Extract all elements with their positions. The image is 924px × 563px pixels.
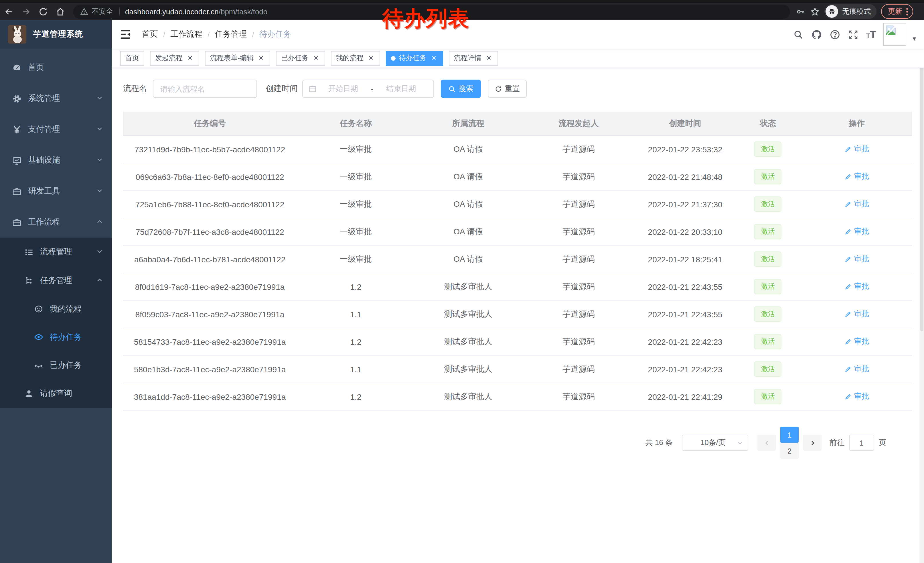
browser-home-icon[interactable] bbox=[51, 4, 69, 19]
sidebar-item-done-tasks[interactable]: 已办任务 bbox=[0, 351, 112, 379]
sidebar-item-workflow[interactable]: 工作流程 bbox=[0, 207, 112, 238]
pagination-total: 共 16 条 bbox=[645, 438, 673, 448]
help-icon[interactable] bbox=[830, 29, 840, 40]
font-size-icon[interactable]: TT bbox=[866, 30, 876, 39]
sidebar-item-task-management[interactable]: 任务管理 bbox=[0, 266, 112, 295]
tab-process-detail[interactable]: 流程详情✕ bbox=[449, 51, 498, 66]
breadcrumb-home[interactable]: 首页 bbox=[142, 29, 158, 39]
close-icon[interactable]: ✕ bbox=[430, 54, 438, 62]
search-button[interactable]: 搜索 bbox=[441, 80, 481, 98]
approve-button[interactable]: 审批 bbox=[844, 281, 869, 292]
chevron-right-icon bbox=[809, 440, 816, 446]
sidebar-submenu: 流程管理任务管理我的流程待办任务已办任务请假查询 bbox=[0, 238, 112, 408]
browser-back-icon[interactable] bbox=[0, 4, 17, 19]
tab-my-process[interactable]: 我的流程✕ bbox=[331, 51, 380, 66]
close-icon[interactable]: ✕ bbox=[485, 54, 493, 62]
url-path[interactable]: /bpm/task/todo bbox=[219, 7, 268, 16]
sidebar-item-my-process[interactable]: 我的流程 bbox=[0, 295, 112, 323]
approve-button[interactable]: 审批 bbox=[844, 364, 869, 374]
tab-done-tasks[interactable]: 已办任务✕ bbox=[276, 51, 325, 66]
pencil-icon bbox=[844, 311, 852, 318]
security-label[interactable]: 不安全 bbox=[92, 7, 113, 17]
sidebar-item-system-management[interactable]: 系统管理 bbox=[0, 83, 112, 114]
next-page-button[interactable] bbox=[803, 435, 822, 451]
browser-reload-icon[interactable] bbox=[34, 4, 51, 19]
approve-button[interactable]: 审批 bbox=[844, 392, 869, 402]
search-icon[interactable] bbox=[793, 29, 804, 40]
approve-button[interactable]: 审批 bbox=[844, 309, 869, 319]
breadcrumb: 首页 / 工作流程 / 任务管理 / 待办任务 bbox=[142, 29, 291, 39]
incognito-badge[interactable]: 无痕模式 bbox=[824, 4, 876, 19]
date-range-picker[interactable]: 开始日期 - 结束日期 bbox=[302, 80, 434, 98]
tab-process-form-edit[interactable]: 流程表单-编辑✕ bbox=[205, 51, 270, 66]
sidebar-collapse-icon[interactable] bbox=[119, 28, 132, 41]
status-badge: 激活 bbox=[754, 389, 782, 404]
approve-button[interactable]: 审批 bbox=[844, 227, 869, 237]
sidebar-item-todo-tasks[interactable]: 待办任务 bbox=[0, 323, 112, 351]
pencil-icon bbox=[844, 228, 852, 236]
sidebar-item-dev-tools[interactable]: 研发工具 bbox=[0, 176, 112, 207]
browser-update-button[interactable]: 更新 bbox=[881, 4, 913, 19]
cell-process: OA 请假 bbox=[415, 227, 522, 237]
breadcrumb-todo-tasks: 待办任务 bbox=[260, 29, 291, 39]
browser-forward-icon[interactable] bbox=[17, 4, 34, 19]
cell-created: 2022-01-22 18:25:41 bbox=[636, 255, 735, 264]
bookmark-star-icon[interactable] bbox=[810, 7, 820, 17]
github-icon[interactable] bbox=[811, 29, 822, 40]
sidebar-item-infrastructure[interactable]: 基础设施 bbox=[0, 145, 112, 176]
cell-created: 2022-01-22 21:48:48 bbox=[636, 172, 735, 181]
table-row: 73211d9d-7b9b-11ec-b5b7-acde48001122一级审批… bbox=[123, 136, 912, 163]
cell-task-name: 1.1 bbox=[297, 365, 415, 374]
fullscreen-icon[interactable] bbox=[848, 29, 859, 40]
process-name-field[interactable] bbox=[153, 80, 257, 98]
tab-todo-tasks[interactable]: 待办任务✕ bbox=[386, 51, 443, 66]
approve-button[interactable]: 审批 bbox=[844, 171, 869, 182]
page-scrollbar[interactable] bbox=[920, 20, 924, 563]
reset-button[interactable]: 重置 bbox=[488, 80, 527, 98]
status-badge: 激活 bbox=[754, 197, 782, 212]
col-created: 创建时间 bbox=[636, 118, 735, 129]
tab-home[interactable]: 首页 bbox=[120, 51, 144, 66]
pencil-icon bbox=[844, 146, 852, 153]
page-button-1[interactable]: 1 bbox=[780, 427, 799, 443]
sidebar-item-payment-management[interactable]: 支付管理 bbox=[0, 114, 112, 145]
sidebar-item-leave-query[interactable]: 请假查询 bbox=[0, 379, 112, 408]
avatar-caret-icon[interactable]: ▼ bbox=[911, 35, 917, 42]
process-name-input[interactable] bbox=[160, 84, 250, 93]
sidebar-item-process-management[interactable]: 流程管理 bbox=[0, 238, 112, 266]
pencil-icon bbox=[844, 200, 852, 208]
close-icon[interactable]: ✕ bbox=[186, 54, 194, 62]
browser-menu-icon[interactable] bbox=[906, 8, 908, 15]
close-icon[interactable]: ✕ bbox=[257, 54, 265, 62]
breadcrumb-task-management[interactable]: 任务管理 bbox=[215, 29, 247, 39]
avatar[interactable] bbox=[884, 23, 906, 46]
password-key-icon[interactable] bbox=[796, 7, 806, 17]
goto-label: 前往 bbox=[830, 438, 844, 448]
goto-page-input[interactable] bbox=[849, 435, 874, 451]
approve-button[interactable]: 审批 bbox=[844, 336, 869, 347]
chevron-down-icon bbox=[96, 156, 103, 165]
approve-button[interactable]: 审批 bbox=[844, 144, 869, 155]
url-host[interactable]: dashboard.yudao.iocoder.cn bbox=[125, 7, 219, 16]
cell-starter: 芋道源码 bbox=[522, 227, 636, 237]
prev-page-button[interactable] bbox=[758, 435, 776, 451]
page-size-select[interactable]: 10条/页 bbox=[682, 435, 748, 451]
close-icon[interactable]: ✕ bbox=[367, 54, 375, 62]
tab-start-process[interactable]: 发起流程✕ bbox=[150, 51, 199, 66]
sidebar-logo[interactable]: 芋道管理系统 bbox=[0, 20, 112, 49]
page-button-2[interactable]: 2 bbox=[780, 443, 799, 459]
start-date-placeholder[interactable]: 开始日期 bbox=[316, 84, 370, 94]
sidebar-item-home[interactable]: 首页 bbox=[0, 52, 112, 83]
close-icon[interactable]: ✕ bbox=[312, 54, 320, 62]
approve-button[interactable]: 审批 bbox=[844, 199, 869, 209]
end-date-placeholder[interactable]: 结束日期 bbox=[374, 84, 428, 94]
table-row: 580e1b3d-7ac8-11ec-a9e2-a2380e71991a1.1测… bbox=[123, 356, 912, 383]
page-unit-label: 页 bbox=[879, 438, 886, 448]
approve-button[interactable]: 审批 bbox=[844, 254, 869, 264]
active-tab-dot bbox=[391, 56, 396, 60]
cell-task-id: 381aa1dd-7ac8-11ec-a9e2-a2380e71991a bbox=[123, 392, 297, 401]
update-label[interactable]: 更新 bbox=[888, 7, 902, 17]
cell-task-id: 725a1eb6-7b88-11ec-8ef0-acde48001122 bbox=[123, 200, 297, 209]
scrollbar-thumb[interactable] bbox=[920, 22, 923, 331]
breadcrumb-workflow[interactable]: 工作流程 bbox=[170, 29, 202, 39]
